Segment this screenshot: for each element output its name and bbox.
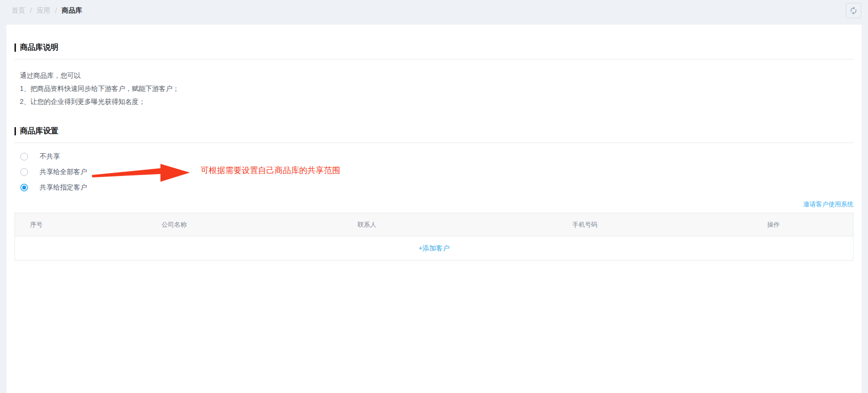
share-scope-radio-group: 不共享 共享给全部客户 共享给指定客户 可根据需要设置自己商品库的共享范围 (14, 149, 854, 195)
column-header-company: 公司名称 (90, 213, 258, 236)
customer-table: 序号 公司名称 联系人 手机号码 操作 +添加客户 (14, 213, 854, 261)
radio-option-share-all[interactable]: 共享给全部客户 (20, 164, 854, 180)
radio-option-share-selected[interactable]: 共享给指定客户 (20, 180, 854, 195)
radio-icon[interactable] (20, 168, 28, 176)
breadcrumb-apps[interactable]: 应用 (37, 6, 50, 15)
section-title-settings-label: 商品库设置 (20, 126, 58, 136)
column-header-index: 序号 (15, 213, 90, 236)
description-line: 1、把商品资料快速同步给下游客户，赋能下游客户； (20, 82, 854, 95)
radio-icon-checked[interactable] (20, 184, 28, 191)
radio-option-label: 共享给全部客户 (40, 168, 87, 176)
table-header-row: 序号 公司名称 联系人 手机号码 操作 (15, 213, 854, 236)
description-line: 通过商品库，您可以 (20, 69, 854, 82)
main-card: 商品库说明 通过商品库，您可以 1、把商品资料快速同步给下游客户，赋能下游客户；… (6, 24, 862, 393)
add-customer-row: +添加客户 (15, 236, 854, 261)
refresh-button[interactable] (846, 3, 861, 18)
top-bar: 首页 / 应用 / 商品库 (0, 0, 868, 21)
column-header-actions: 操作 (694, 213, 854, 236)
radio-option-label: 不共享 (40, 152, 60, 161)
add-customer-button[interactable]: +添加客户 (419, 244, 449, 252)
description-text: 通过商品库，您可以 1、把商品资料快速同步给下游客户，赋能下游客户； 2、让您的… (14, 69, 854, 108)
divider (14, 143, 854, 143)
radio-option-label: 共享给指定客户 (40, 183, 87, 192)
radio-icon[interactable] (20, 153, 28, 160)
section-title-settings: 商品库设置 (14, 126, 854, 136)
title-accent-bar (14, 44, 16, 52)
radio-option-no-share[interactable]: 不共享 (20, 149, 854, 164)
refresh-icon (849, 6, 858, 15)
section-title-description-label: 商品库说明 (20, 43, 58, 53)
column-header-contact: 联系人 (258, 213, 476, 236)
column-header-phone: 手机号码 (476, 213, 694, 236)
annotation-text: 可根据需要设置自己商品库的共享范围 (201, 165, 340, 176)
breadcrumb-separator: / (55, 7, 57, 15)
breadcrumb-product-library: 商品库 (62, 6, 82, 15)
section-title-description: 商品库说明 (14, 43, 854, 53)
breadcrumb: 首页 / 应用 / 商品库 (12, 6, 82, 15)
divider (14, 59, 854, 59)
invite-customer-link[interactable]: 邀请客户使用系统 (803, 200, 854, 209)
description-line: 2、让您的企业得到更多曝光获得知名度； (20, 95, 854, 108)
invite-row: 邀请客户使用系统 (14, 198, 854, 211)
breadcrumb-separator: / (30, 7, 32, 15)
breadcrumb-home[interactable]: 首页 (12, 6, 25, 15)
title-accent-bar (14, 127, 16, 135)
